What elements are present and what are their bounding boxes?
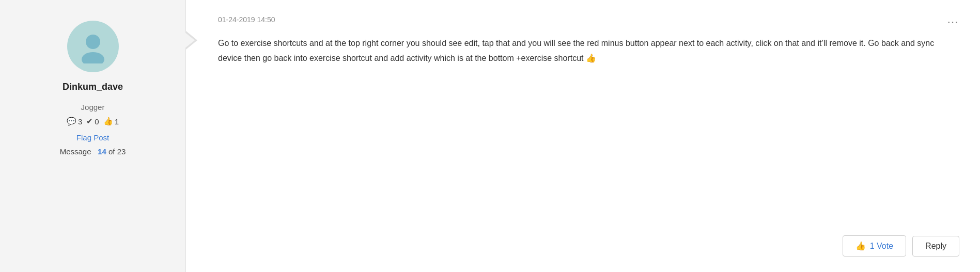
post-body: Go to exercise shortcuts and at the top … xyxy=(218,36,959,220)
post-container: Dinkum_dave Jogger 💬 3 ✔ 0 👍 1 Flag Post… xyxy=(0,0,980,272)
actions-row: 👍 1 Vote Reply xyxy=(218,235,959,257)
flag-post-link[interactable]: Flag Post xyxy=(76,133,109,142)
message-number: 14 xyxy=(98,147,106,156)
likes-stat: 👍 1 xyxy=(103,117,119,126)
vote-button[interactable]: 👍 1 Vote xyxy=(843,235,906,257)
message-info: Message 14 of 23 xyxy=(60,147,126,156)
message-of-label: of xyxy=(108,147,117,156)
svg-point-1 xyxy=(82,52,104,63)
svg-point-0 xyxy=(86,35,100,49)
message-label: Message xyxy=(60,147,91,156)
user-stats: 💬 3 ✔ 0 👍 1 xyxy=(67,117,119,126)
comment-icon: 💬 xyxy=(67,117,76,126)
username: Dinkum_dave xyxy=(63,82,123,92)
more-options-button[interactable]: ⋯ xyxy=(947,15,959,29)
vote-label: 1 Vote xyxy=(870,242,893,251)
check-stat: ✔ 0 xyxy=(86,117,99,126)
thumbs-up-icon: 👍 xyxy=(855,241,866,251)
sidebar: Dinkum_dave Jogger 💬 3 ✔ 0 👍 1 Flag Post… xyxy=(0,0,186,272)
reply-button[interactable]: Reply xyxy=(912,236,959,257)
like-icon: 👍 xyxy=(103,117,113,126)
check-icon: ✔ xyxy=(86,117,93,126)
arrow-divider xyxy=(186,31,197,50)
comments-stat: 💬 3 xyxy=(67,117,82,126)
user-role: Jogger xyxy=(81,103,105,111)
content-area: 01-24-2019 14:50 ⋯ Go to exercise shortc… xyxy=(197,0,980,272)
user-avatar-icon xyxy=(75,27,111,66)
avatar xyxy=(67,21,119,72)
message-total: 23 xyxy=(117,147,126,156)
reply-label: Reply xyxy=(925,242,946,251)
post-timestamp: 01-24-2019 14:50 xyxy=(218,15,959,24)
